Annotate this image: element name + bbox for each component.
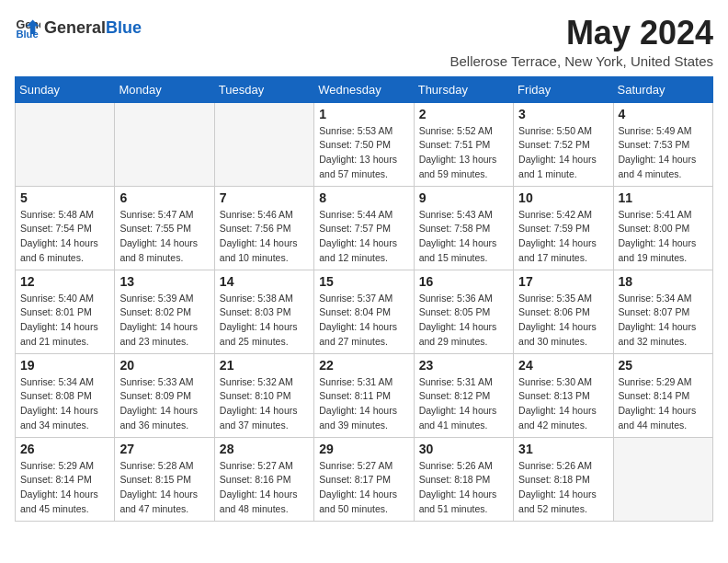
day-info: Sunrise: 5:36 AMSunset: 8:05 PMDaylight:…	[419, 292, 508, 350]
day-number: 28	[220, 442, 309, 456]
day-number: 15	[319, 274, 408, 289]
day-cell: 14Sunrise: 5:38 AMSunset: 8:03 PMDayligh…	[214, 270, 313, 353]
day-info: Sunrise: 5:32 AMSunset: 8:10 PMDaylight:…	[220, 375, 309, 433]
weekday-header-sunday: Sunday	[16, 76, 115, 102]
day-cell	[115, 102, 214, 186]
day-info: Sunrise: 5:34 AMSunset: 8:08 PMDaylight:…	[20, 375, 109, 433]
weekday-header-friday: Friday	[514, 76, 613, 102]
day-number: 8	[319, 190, 408, 205]
title-area: May 2024 Bellerose Terrace, New York, Un…	[449, 15, 713, 69]
day-cell: 21Sunrise: 5:32 AMSunset: 8:10 PMDayligh…	[214, 353, 313, 437]
day-number: 23	[419, 358, 508, 373]
calendar-table: SundayMondayTuesdayWednesdayThursdayFrid…	[15, 76, 713, 522]
day-number: 3	[518, 107, 608, 121]
header: General Blue GeneralBlue May 2024 Beller…	[15, 15, 713, 69]
day-info: Sunrise: 5:30 AMSunset: 8:13 PMDaylight:…	[518, 375, 608, 433]
day-cell: 5Sunrise: 5:48 AMSunset: 7:54 PMDaylight…	[16, 186, 115, 270]
day-number: 16	[419, 274, 508, 289]
week-row-1: 1Sunrise: 5:53 AMSunset: 7:50 PMDaylight…	[16, 102, 713, 186]
day-cell: 17Sunrise: 5:35 AMSunset: 8:06 PMDayligh…	[514, 270, 613, 353]
day-info: Sunrise: 5:41 AMSunset: 8:00 PMDaylight:…	[619, 208, 708, 266]
week-row-5: 26Sunrise: 5:29 AMSunset: 8:14 PMDayligh…	[16, 437, 713, 521]
day-cell: 9Sunrise: 5:43 AMSunset: 7:58 PMDaylight…	[414, 186, 513, 270]
day-info: Sunrise: 5:53 AMSunset: 7:50 PMDaylight:…	[319, 124, 408, 182]
day-number: 17	[518, 274, 608, 289]
day-cell: 19Sunrise: 5:34 AMSunset: 8:08 PMDayligh…	[16, 353, 115, 437]
day-number: 29	[319, 442, 408, 456]
day-cell: 22Sunrise: 5:31 AMSunset: 8:11 PMDayligh…	[314, 353, 414, 437]
day-number: 2	[419, 107, 508, 121]
day-info: Sunrise: 5:44 AMSunset: 7:57 PMDaylight:…	[319, 208, 408, 266]
week-row-3: 12Sunrise: 5:40 AMSunset: 8:01 PMDayligh…	[16, 270, 713, 353]
day-info: Sunrise: 5:40 AMSunset: 8:01 PMDaylight:…	[20, 292, 109, 350]
day-info: Sunrise: 5:42 AMSunset: 7:59 PMDaylight:…	[518, 208, 608, 266]
day-cell	[613, 437, 712, 521]
logo-icon: General Blue	[15, 15, 40, 40]
day-number: 10	[518, 190, 608, 205]
day-info: Sunrise: 5:50 AMSunset: 7:52 PMDaylight:…	[518, 124, 608, 182]
day-number: 12	[20, 274, 109, 289]
day-cell: 30Sunrise: 5:26 AMSunset: 8:18 PMDayligh…	[414, 437, 513, 521]
day-cell: 16Sunrise: 5:36 AMSunset: 8:05 PMDayligh…	[414, 270, 513, 353]
weekday-header-row: SundayMondayTuesdayWednesdayThursdayFrid…	[16, 76, 713, 102]
day-cell: 18Sunrise: 5:34 AMSunset: 8:07 PMDayligh…	[613, 270, 712, 353]
day-info: Sunrise: 5:26 AMSunset: 8:18 PMDaylight:…	[419, 459, 508, 517]
day-info: Sunrise: 5:26 AMSunset: 8:18 PMDaylight:…	[518, 459, 608, 517]
day-cell: 20Sunrise: 5:33 AMSunset: 8:09 PMDayligh…	[115, 353, 214, 437]
day-info: Sunrise: 5:29 AMSunset: 8:14 PMDaylight:…	[619, 375, 708, 433]
weekday-header-thursday: Thursday	[414, 76, 513, 102]
day-cell: 1Sunrise: 5:53 AMSunset: 7:50 PMDaylight…	[314, 102, 414, 186]
logo-blue-text: Blue	[106, 18, 142, 38]
day-number: 5	[20, 190, 109, 205]
day-cell: 24Sunrise: 5:30 AMSunset: 8:13 PMDayligh…	[514, 353, 613, 437]
day-number: 25	[619, 358, 708, 373]
day-cell: 15Sunrise: 5:37 AMSunset: 8:04 PMDayligh…	[314, 270, 414, 353]
day-info: Sunrise: 5:31 AMSunset: 8:12 PMDaylight:…	[419, 375, 508, 433]
day-info: Sunrise: 5:27 AMSunset: 8:16 PMDaylight:…	[220, 459, 309, 517]
day-cell	[16, 102, 115, 186]
day-info: Sunrise: 5:49 AMSunset: 7:53 PMDaylight:…	[619, 124, 708, 182]
day-number: 1	[319, 107, 408, 121]
day-cell: 25Sunrise: 5:29 AMSunset: 8:14 PMDayligh…	[613, 353, 712, 437]
logo-general-text: General	[44, 18, 106, 38]
day-cell: 4Sunrise: 5:49 AMSunset: 7:53 PMDaylight…	[613, 102, 712, 186]
day-number: 21	[220, 358, 309, 373]
week-row-4: 19Sunrise: 5:34 AMSunset: 8:08 PMDayligh…	[16, 353, 713, 437]
day-info: Sunrise: 5:31 AMSunset: 8:11 PMDaylight:…	[319, 375, 408, 433]
day-info: Sunrise: 5:28 AMSunset: 8:15 PMDaylight:…	[119, 459, 209, 517]
day-info: Sunrise: 5:39 AMSunset: 8:02 PMDaylight:…	[119, 292, 209, 350]
day-info: Sunrise: 5:37 AMSunset: 8:04 PMDaylight:…	[319, 292, 408, 350]
day-cell: 12Sunrise: 5:40 AMSunset: 8:01 PMDayligh…	[16, 270, 115, 353]
day-cell: 27Sunrise: 5:28 AMSunset: 8:15 PMDayligh…	[115, 437, 214, 521]
day-info: Sunrise: 5:33 AMSunset: 8:09 PMDaylight:…	[119, 375, 209, 433]
day-number: 19	[20, 358, 109, 373]
day-info: Sunrise: 5:52 AMSunset: 7:51 PMDaylight:…	[419, 124, 508, 182]
day-number: 18	[619, 274, 708, 289]
month-title: May 2024	[449, 15, 713, 52]
week-row-2: 5Sunrise: 5:48 AMSunset: 7:54 PMDaylight…	[16, 186, 713, 270]
day-info: Sunrise: 5:35 AMSunset: 8:06 PMDaylight:…	[518, 292, 608, 350]
day-number: 31	[518, 442, 608, 456]
day-number: 9	[419, 190, 508, 205]
day-number: 7	[220, 190, 309, 205]
day-cell: 26Sunrise: 5:29 AMSunset: 8:14 PMDayligh…	[16, 437, 115, 521]
day-number: 27	[119, 442, 209, 456]
day-number: 6	[119, 190, 209, 205]
day-cell: 23Sunrise: 5:31 AMSunset: 8:12 PMDayligh…	[414, 353, 513, 437]
day-cell: 3Sunrise: 5:50 AMSunset: 7:52 PMDaylight…	[514, 102, 613, 186]
day-number: 11	[619, 190, 708, 205]
day-info: Sunrise: 5:34 AMSunset: 8:07 PMDaylight:…	[619, 292, 708, 350]
day-number: 26	[20, 442, 109, 456]
day-info: Sunrise: 5:38 AMSunset: 8:03 PMDaylight:…	[220, 292, 309, 350]
day-number: 13	[119, 274, 209, 289]
day-info: Sunrise: 5:47 AMSunset: 7:55 PMDaylight:…	[119, 208, 209, 266]
day-info: Sunrise: 5:27 AMSunset: 8:17 PMDaylight:…	[319, 459, 408, 517]
day-info: Sunrise: 5:29 AMSunset: 8:14 PMDaylight:…	[20, 459, 109, 517]
day-cell: 28Sunrise: 5:27 AMSunset: 8:16 PMDayligh…	[214, 437, 313, 521]
day-info: Sunrise: 5:43 AMSunset: 7:58 PMDaylight:…	[419, 208, 508, 266]
day-cell: 11Sunrise: 5:41 AMSunset: 8:00 PMDayligh…	[613, 186, 712, 270]
day-number: 30	[419, 442, 508, 456]
weekday-header-monday: Monday	[115, 76, 214, 102]
day-info: Sunrise: 5:46 AMSunset: 7:56 PMDaylight:…	[220, 208, 309, 266]
logo: General Blue GeneralBlue	[15, 15, 142, 40]
